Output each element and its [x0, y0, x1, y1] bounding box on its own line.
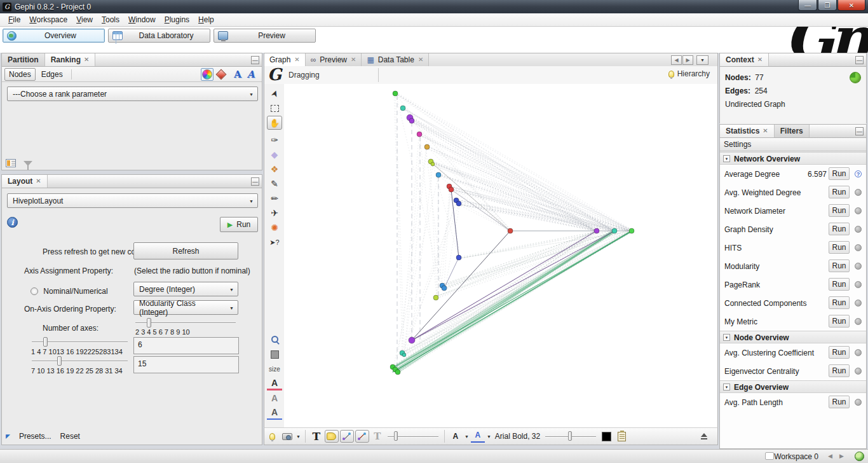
run-button[interactable]: Run: [829, 204, 850, 217]
restore-button[interactable]: ❐: [818, 0, 837, 11]
edge-display-icon[interactable]: [340, 430, 354, 443]
info-icon[interactable]: i: [7, 217, 18, 228]
presets-button[interactable]: Presets...: [19, 432, 51, 441]
nodes-per-axis-field[interactable]: 15: [133, 356, 239, 373]
tab-scroll-left-icon[interactable]: ◀: [671, 55, 682, 65]
radio-icon[interactable]: [31, 287, 38, 295]
hierarchy-button[interactable]: Hierarchy: [668, 69, 710, 78]
axes-count-field[interactable]: 6: [133, 337, 239, 354]
rank-parameter-dropdown[interactable]: ---Choose a rank parameter ▼: [7, 86, 258, 101]
menu-view[interactable]: View: [72, 14, 97, 25]
run-button[interactable]: Run: [829, 241, 850, 254]
menu-workspace[interactable]: Workspace: [25, 14, 72, 25]
minimize-panel-icon[interactable]: —: [855, 127, 864, 135]
collapse-icon[interactable]: ▼: [723, 384, 730, 390]
menu-tools[interactable]: Tools: [97, 14, 124, 25]
shortest-path-tool-icon[interactable]: ✈: [267, 206, 282, 220]
node-pencil-tool-icon[interactable]: ✎: [267, 177, 282, 191]
minimize-panel-icon[interactable]: —: [251, 177, 259, 186]
filter-funnel-icon[interactable]: [24, 161, 32, 166]
screenshot-options-icon[interactable]: ▼: [296, 434, 301, 439]
collapse-icon[interactable]: ▼: [723, 155, 730, 162]
label-attributes-icon[interactable]: [614, 430, 628, 443]
minimize-button[interactable]: —: [798, 0, 817, 11]
close-icon[interactable]: ✕: [294, 56, 299, 63]
minimize-panel-icon[interactable]: —: [855, 56, 864, 64]
workspace-next-icon[interactable]: ▶: [839, 453, 844, 459]
label-size-span-icon[interactable]: A: [267, 406, 282, 420]
ordering-property-dropdown[interactable]: Modularity Class (Integer) ▼: [133, 300, 238, 315]
chevron-down-icon[interactable]: ▼: [487, 434, 491, 439]
edge-pencil-tool-icon[interactable]: ✏: [267, 191, 282, 205]
edge-weight-slider[interactable]: [388, 430, 438, 443]
help-icon[interactable]: ?: [855, 170, 862, 177]
edge-color-mode-icon[interactable]: [355, 430, 369, 443]
run-button[interactable]: Run: [829, 278, 850, 291]
drag-tool-icon[interactable]: ✋: [267, 116, 282, 130]
tab-context[interactable]: Context ✕: [720, 53, 769, 66]
chevron-down-icon[interactable]: ▼: [465, 434, 469, 439]
collapse-toolbar-icon[interactable]: [700, 433, 709, 440]
tab-filters[interactable]: Filters: [775, 125, 810, 137]
edge-font-icon[interactable]: A: [471, 430, 485, 443]
rectangle-select-tool-icon[interactable]: [267, 101, 282, 115]
tab-scroll-right-icon[interactable]: ▶: [682, 55, 693, 65]
menu-window[interactable]: Window: [124, 14, 160, 25]
run-button[interactable]: Run: [829, 315, 850, 328]
notification-box-icon[interactable]: [765, 452, 774, 460]
label-color-swatch[interactable]: [599, 430, 613, 443]
reset-zoom-icon[interactable]: [267, 332, 282, 346]
show-edge-labels-icon[interactable]: T: [370, 430, 384, 443]
close-icon[interactable]: ✕: [351, 56, 356, 63]
background-color-icon[interactable]: [267, 347, 282, 361]
tab-data-table[interactable]: ▦ Data Table ✕: [362, 53, 429, 66]
run-button[interactable]: Run: [829, 223, 850, 235]
menu-file[interactable]: File: [4, 14, 25, 25]
refresh-button[interactable]: Refresh: [133, 242, 238, 259]
layout-algorithm-dropdown[interactable]: HiveplotLayout ▼: [7, 193, 258, 208]
section-node-overview[interactable]: ▼ Node Overview: [720, 331, 866, 343]
subtab-nodes[interactable]: Nodes: [4, 68, 36, 81]
tab-preview-doc[interactable]: ∞ Preview ✕: [306, 53, 362, 66]
title-bar[interactable]: G Gephi 0.8.2 - Project 0 — ❐ ✕: [0, 0, 868, 13]
tab-ranking[interactable]: Ranking ✕: [45, 53, 96, 66]
run-button[interactable]: Run: [829, 167, 850, 180]
run-button[interactable]: Run: [829, 259, 850, 272]
node-font-icon[interactable]: A: [449, 430, 463, 443]
close-icon[interactable]: ✕: [36, 177, 41, 184]
run-button[interactable]: Run: [829, 364, 850, 377]
tab-list-dropdown-icon[interactable]: ▼: [696, 55, 709, 65]
close-icon[interactable]: ✕: [757, 56, 763, 63]
tab-data-laboratory[interactable]: Data Laboratory: [108, 29, 210, 43]
graph-canvas[interactable]: [284, 84, 718, 427]
show-node-labels-icon[interactable]: T: [309, 430, 323, 443]
axes-slider[interactable]: [135, 318, 236, 328]
run-button[interactable]: Run: [829, 186, 850, 198]
collapse-icon[interactable]: ▼: [723, 334, 730, 341]
label-color-reset-icon[interactable]: A: [267, 377, 282, 390]
label-size-slider[interactable]: [545, 430, 596, 443]
settings-bar[interactable]: Settings: [720, 138, 866, 151]
subtab-edges[interactable]: Edges: [37, 68, 67, 81]
run-button[interactable]: Run: [829, 396, 850, 408]
slider-handle[interactable]: [147, 318, 151, 328]
nodes-per-axis-slider[interactable]: [32, 356, 128, 366]
color-gradient-icon[interactable]: [201, 68, 214, 81]
background-toggle-icon[interactable]: [265, 430, 279, 443]
reset-button[interactable]: Reset: [60, 432, 80, 441]
heatmap-tool-icon[interactable]: ❖: [267, 162, 282, 176]
size-diamond-icon[interactable]: [215, 68, 227, 81]
sizer-tool-icon[interactable]: ◆: [267, 148, 282, 162]
result-list-icon[interactable]: [6, 159, 16, 167]
memory-globe-icon[interactable]: [855, 452, 864, 461]
run-button[interactable]: Run: [829, 296, 850, 309]
slider-handle[interactable]: [43, 337, 48, 347]
tab-graph[interactable]: Graph ✕: [264, 53, 306, 66]
slider-handle[interactable]: [57, 356, 62, 366]
menu-plugins[interactable]: Plugins: [160, 14, 194, 25]
tab-statistics[interactable]: Statistics ✕: [720, 125, 775, 137]
tab-overview[interactable]: Overview: [3, 29, 105, 43]
screenshot-icon[interactable]: [280, 430, 294, 443]
label-color-icon[interactable]: A: [231, 68, 244, 81]
section-network-overview[interactable]: ▼ Network Overview: [720, 152, 866, 165]
